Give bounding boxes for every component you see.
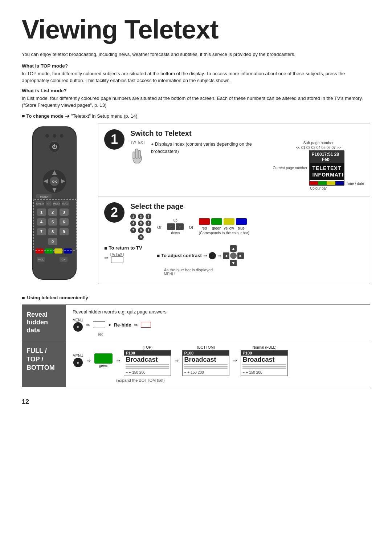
svg-rect-53 bbox=[135, 149, 138, 158]
svg-text:3: 3 bbox=[63, 210, 65, 214]
svg-rect-44 bbox=[45, 248, 53, 254]
svg-text:MENU: MENU bbox=[40, 195, 48, 198]
svg-rect-55 bbox=[133, 152, 135, 158]
svg-rect-46 bbox=[64, 248, 72, 254]
colour-buttons-area: red green yellow blue (Corresponds to th… bbox=[199, 218, 249, 235]
step2-area: 2 Select the page 123 456 789 0 bbox=[98, 197, 370, 282]
bottom-area: ■ Using teletext conveniently Reveal hid… bbox=[22, 295, 370, 388]
svg-text:0: 0 bbox=[52, 239, 54, 244]
full-section: FULL / TOP / BOTTOM MENU ● ⇒ green ⇒ bbox=[22, 341, 370, 387]
svg-point-3 bbox=[60, 134, 64, 138]
intro-text: You can enjoy teletext broadcasting, inc… bbox=[22, 51, 370, 58]
svg-text:7: 7 bbox=[40, 230, 42, 234]
svg-text:HOLD: HOLD bbox=[62, 203, 69, 205]
step1-area: 1 Switch to Teletext TV/TEXT bbox=[98, 123, 370, 197]
return-contrast-area: ■ To return to TV ⇒ TV/TEXT ■ To ad bbox=[104, 245, 364, 276]
svg-text:1: 1 bbox=[40, 210, 42, 214]
reveal-content: Reveal hidden words e.g. quiz page answe… bbox=[66, 305, 370, 341]
svg-text:9: 9 bbox=[63, 230, 65, 234]
menu-label-contrast: MENU bbox=[164, 272, 244, 276]
list-mode-title: What is List mode? bbox=[22, 88, 370, 93]
full-content: MENU ● ⇒ green ⇒ (TOP) P100 bbox=[66, 341, 370, 387]
full-label: FULL / TOP / BOTTOM bbox=[22, 341, 66, 387]
hand-icon bbox=[130, 145, 144, 163]
step2-heading: Select the page bbox=[130, 202, 364, 211]
svg-rect-54 bbox=[138, 150, 140, 158]
svg-text:5: 5 bbox=[52, 220, 54, 224]
mode-change-line: ■ To change mode ➜ "Teletext" in Setup m… bbox=[22, 113, 370, 119]
svg-rect-43 bbox=[36, 248, 44, 254]
svg-text:VOL: VOL bbox=[38, 258, 44, 261]
reveal-label: Reveal hidden data bbox=[22, 305, 66, 341]
svg-text:⏻: ⏻ bbox=[52, 144, 57, 150]
using-label: Using teletext conveniently bbox=[27, 295, 88, 300]
page-number-bottom: 12 bbox=[22, 398, 370, 406]
or-label-2: or bbox=[189, 224, 193, 230]
step1-heading: Switch to Teletext bbox=[130, 129, 364, 138]
or-label-1: or bbox=[157, 224, 162, 230]
step1-button-label: TV/TEXT bbox=[130, 141, 145, 145]
step1-number: 1 bbox=[104, 129, 124, 150]
svg-point-2 bbox=[53, 134, 56, 138]
svg-text:4: 4 bbox=[40, 220, 43, 224]
svg-text:CH: CH bbox=[61, 258, 66, 261]
step1-desc: ● Displays Index (content varies dependi… bbox=[151, 141, 267, 155]
list-mode-body: In List mode, four differently coloured … bbox=[22, 95, 370, 109]
svg-text:OK: OK bbox=[52, 180, 57, 183]
svg-text:8: 8 bbox=[52, 230, 54, 234]
page-title: Viewing Teletext bbox=[22, 15, 370, 44]
svg-rect-45 bbox=[54, 248, 62, 254]
top-mode-title: What is TOP mode? bbox=[22, 63, 370, 69]
svg-text:INDEX: INDEX bbox=[53, 203, 60, 205]
numpad-display: 123 456 789 0 bbox=[130, 214, 152, 240]
teletext-display-area: Sub page number << 01 02 03 04 05 06 07 … bbox=[273, 141, 364, 190]
svg-point-1 bbox=[45, 134, 49, 138]
svg-text:F.P.: F.P. bbox=[47, 203, 50, 205]
svg-text:6: 6 bbox=[63, 220, 65, 224]
arrow-nav-area: up − + down bbox=[167, 218, 184, 235]
reveal-section: Reveal hidden data Reveal hidden words e… bbox=[22, 304, 370, 388]
top-mode-body: In TOP mode, four differently coloured s… bbox=[22, 70, 370, 84]
svg-text:2: 2 bbox=[52, 210, 54, 214]
svg-text:TV/TEXT: TV/TEXT bbox=[36, 203, 44, 205]
step2-number: 2 bbox=[104, 202, 124, 223]
remote-control-illustration: ⏻ OK MENU TV/TEXT F.P. INDEX HOLD bbox=[22, 123, 91, 284]
